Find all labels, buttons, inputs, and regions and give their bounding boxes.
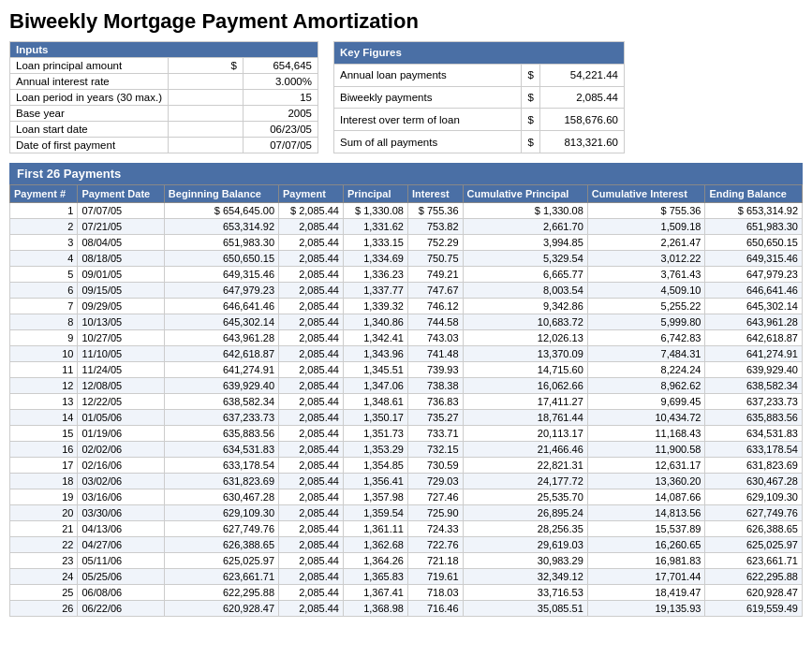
table-cell: 1,347.06 [343,378,407,394]
table-cell: 1,362.68 [343,537,407,553]
table-row: 709/29/05646,641.462,085.441,339.32746.1… [10,299,803,314]
table-cell: 1,336.23 [343,267,407,283]
table-cell: 18 [10,474,78,489]
table-cell: 718.03 [407,585,463,601]
table-cell: 638,582.34 [705,378,803,394]
table-cell: 637,233.73 [705,394,803,410]
table-cell: 1,340.86 [343,314,407,330]
table-cell: 18,419.47 [587,585,705,601]
table-cell: 3 [10,235,78,251]
kf-label-1: Biweekly payments [333,86,521,109]
table-cell: 752.29 [407,235,463,251]
table-cell: 651,983.30 [164,235,278,251]
input-value-5: 07/07/05 [243,138,317,153]
table-cell: 1,357.98 [343,489,407,505]
payments-table: Payment # Payment Date Beginning Balance… [9,184,803,617]
col-header-2: Beginning Balance [164,185,278,203]
table-cell: 26,895.24 [463,505,587,521]
table-cell: 626,388.65 [705,521,803,537]
input-dollar-0: $ [168,58,243,74]
table-cell: 05/25/06 [78,569,164,585]
table-cell: 23 [10,553,78,569]
table-cell: 1,350.17 [343,410,407,426]
table-cell: 1,361.11 [343,521,407,537]
table-cell: 13,370.09 [463,346,587,362]
table-cell: 16 [10,442,78,458]
table-cell: 2,085.44 [279,489,344,505]
table-cell: 639,929.40 [164,378,278,394]
table-cell: 11/10/05 [78,346,164,362]
table-cell: 01/19/06 [78,426,164,442]
table-cell: 2,085.44 [279,346,344,362]
table-cell: 11/24/05 [78,362,164,378]
table-cell: 1,353.29 [343,442,407,458]
table-cell: 2,085.44 [279,314,344,330]
table-cell: 629,109.30 [705,489,803,505]
table-cell: 622,295.88 [164,585,278,601]
kf-label-0: Annual loan payments [333,64,521,86]
table-cell: 719.61 [407,569,463,585]
table-row: 2606/22/06620,928.472,085.441,368.98716.… [10,601,803,617]
input-dollar-5 [168,138,243,153]
table-cell: 732.15 [407,442,463,458]
table-cell: 1,365.83 [343,569,407,585]
kf-dollar-3: $ [521,131,539,153]
table-cell: 02/16/06 [78,458,164,474]
table-cell: 30,983.29 [463,553,587,569]
table-row: 207/21/05653,314.922,085.441,331.62753.8… [10,219,803,235]
table-cell: 18,761.44 [463,410,587,426]
table-cell: 08/18/05 [78,251,164,267]
input-label-2: Loan period in years (30 max.) [10,90,169,106]
table-cell: 5 [10,267,78,283]
inputs-header: Inputs [10,42,318,58]
table-cell: 623,661.71 [705,553,803,569]
table-cell: 2,085.44 [279,362,344,378]
table-cell: 2,085.44 [279,251,344,267]
table-cell: 641,274.91 [164,362,278,378]
kf-dollar-2: $ [521,109,539,131]
input-value-4: 06/23/05 [243,122,317,138]
table-cell: 6,665.77 [463,267,587,283]
table-row: 1702/16/06633,178.542,085.441,354.85730.… [10,458,803,474]
table-cell: 746.12 [407,299,463,314]
table-cell: 1,364.26 [343,553,407,569]
table-cell: 15,537.89 [587,521,705,537]
table-cell: 633,178.54 [705,442,803,458]
table-cell: 1,356.41 [343,474,407,489]
input-label-4: Loan start date [10,122,169,138]
table-cell: 09/01/05 [78,267,164,283]
kf-value-2: 158,676.60 [539,109,624,131]
table-cell: 635,883.56 [705,410,803,426]
kf-value-1: 2,085.44 [539,86,624,109]
table-cell: $ 653,314.92 [705,203,803,219]
table-row: 1212/08/05639,929.402,085.441,347.06738.… [10,378,803,394]
table-cell: 6 [10,283,78,299]
table-cell: 2,085.44 [279,505,344,521]
input-dollar-2 [168,90,243,106]
table-cell: 727.46 [407,489,463,505]
table-cell: 1 [10,203,78,219]
table-cell: 642,618.87 [164,346,278,362]
table-cell: 627,749.76 [164,521,278,537]
kf-dollar-0: $ [521,64,539,86]
table-cell: 743.03 [407,330,463,346]
table-cell: 744.58 [407,314,463,330]
table-cell: 1,343.96 [343,346,407,362]
table-cell: 738.38 [407,378,463,394]
table-cell: 8,224.24 [587,362,705,378]
table-cell: $ 1,330.08 [463,203,587,219]
table-cell: 730.59 [407,458,463,474]
table-cell: 725.90 [407,505,463,521]
table-cell: 620,928.47 [705,585,803,601]
table-cell: 634,531.83 [164,442,278,458]
table-cell: 620,928.47 [164,601,278,617]
table-cell: 631,823.69 [705,458,803,474]
table-cell: 650,650.15 [705,235,803,251]
table-cell: 739.93 [407,362,463,378]
table-cell: 647,979.23 [164,283,278,299]
table-cell: 1,354.85 [343,458,407,474]
table-cell: 1,368.98 [343,601,407,617]
table-cell: 625,025.97 [705,537,803,553]
table-cell: 642,618.87 [705,330,803,346]
table-cell: 32,349.12 [463,569,587,585]
